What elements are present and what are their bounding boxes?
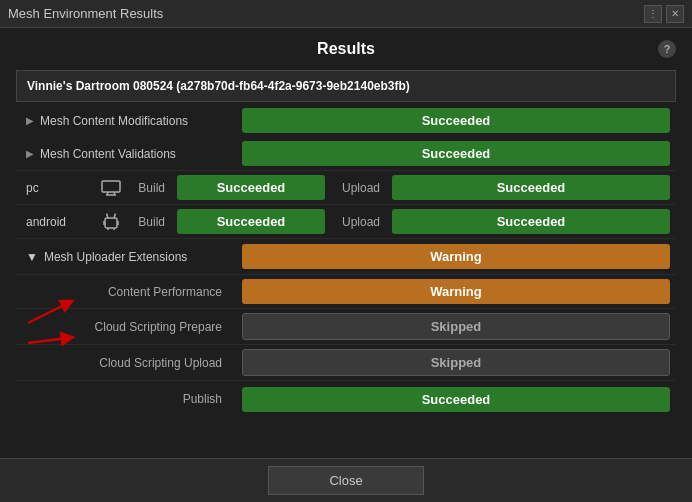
pc-label: pc	[16, 175, 96, 201]
mesh-content-modifications-row: ▶ Mesh Content Modifications Succeeded	[16, 104, 676, 137]
mesh-uploader-extensions-status-cell: Warning	[236, 240, 676, 273]
publish-label: Publish	[16, 386, 236, 412]
android-icon	[96, 213, 126, 231]
pc-upload-status: Succeeded	[392, 175, 670, 200]
content-performance-label: Content Performance	[16, 279, 236, 305]
svg-point-6	[106, 213, 108, 215]
cloud-scripting-upload-label: Cloud Scripting Upload	[16, 350, 236, 376]
android-upload-label: Upload	[331, 215, 386, 229]
publish-row: Publish Succeeded	[16, 381, 676, 417]
mesh-uploader-extensions-status: Warning	[242, 244, 670, 269]
footer: Close	[0, 458, 692, 502]
pc-upload-status-cell: Succeeded	[386, 171, 676, 204]
pc-icon	[96, 180, 126, 196]
publish-status: Succeeded	[242, 387, 670, 412]
expand-arrow-validations[interactable]: ▶	[26, 148, 34, 159]
android-build-status: Succeeded	[177, 209, 325, 234]
expand-arrow-uploader[interactable]: ▼	[26, 250, 38, 264]
cloud-scripting-upload-row: Cloud Scripting Upload Skipped	[16, 345, 676, 381]
svg-rect-0	[102, 181, 120, 192]
content-performance-status: Warning	[242, 279, 670, 304]
publish-status-cell: Succeeded	[236, 383, 676, 416]
mesh-uploader-extensions-row: ▼ Mesh Uploader Extensions Warning	[16, 239, 676, 275]
pc-upload-label: Upload	[331, 181, 386, 195]
pc-row: pc Build Succeeded Upload Succeeded	[16, 171, 676, 205]
results-title: Results	[317, 40, 375, 57]
content-performance-status-cell: Warning	[236, 275, 676, 308]
cloud-scripting-upload-status-cell: Skipped	[236, 345, 676, 380]
menu-button[interactable]: ⋮	[644, 5, 662, 23]
mesh-content-validations-status-cell: Succeeded	[236, 137, 676, 170]
help-icon[interactable]: ?	[658, 40, 676, 58]
android-build-label: Build	[126, 215, 171, 229]
cloud-scripting-prepare-row: Cloud Scripting Prepare Skipped	[16, 309, 676, 345]
mesh-content-modifications-status: Succeeded	[242, 108, 670, 133]
mesh-content-modifications-label: ▶ Mesh Content Modifications	[16, 108, 236, 134]
mesh-content-validations-status: Succeeded	[242, 141, 670, 166]
cloud-scripting-prepare-status: Skipped	[242, 313, 670, 340]
pc-build-status: Succeeded	[177, 175, 325, 200]
title-bar: Mesh Environment Results ⋮ ✕	[0, 0, 692, 28]
title-bar-left: Mesh Environment Results	[8, 6, 163, 21]
svg-point-8	[114, 213, 116, 215]
svg-rect-4	[105, 218, 117, 228]
android-build-status-cell: Succeeded	[171, 205, 331, 238]
expand-arrow-modifications[interactable]: ▶	[26, 115, 34, 126]
title-bar-controls: ⋮ ✕	[644, 5, 684, 23]
close-window-button[interactable]: ✕	[666, 5, 684, 23]
mesh-content-validations-row: ▶ Mesh Content Validations Succeeded	[16, 137, 676, 171]
title-bar-title: Mesh Environment Results	[8, 6, 163, 21]
mesh-content-modifications-status-cell: Succeeded	[236, 104, 676, 137]
asset-title: Vinnie's Dartroom 080524 (a278b70d-fb64-…	[16, 70, 676, 102]
android-upload-status: Succeeded	[392, 209, 670, 234]
mesh-uploader-extensions-label: ▼ Mesh Uploader Extensions	[16, 244, 236, 270]
android-upload-status-cell: Succeeded	[386, 205, 676, 238]
pc-build-status-cell: Succeeded	[171, 171, 331, 204]
content-performance-row: Content Performance Warning	[16, 275, 676, 309]
window-body: Results ? Vinnie's Dartroom 080524 (a278…	[0, 28, 692, 458]
close-button[interactable]: Close	[268, 466, 423, 495]
android-label: android	[16, 209, 96, 235]
cloud-scripting-upload-status: Skipped	[242, 349, 670, 376]
cloud-scripting-prepare-label: Cloud Scripting Prepare	[16, 314, 236, 340]
pc-build-label: Build	[126, 181, 171, 195]
cloud-scripting-prepare-status-cell: Skipped	[236, 309, 676, 344]
mesh-content-validations-label: ▶ Mesh Content Validations	[16, 141, 236, 167]
android-row: android Build Succeeded Upload Succeeded	[16, 205, 676, 239]
results-title-row: Results ?	[16, 40, 676, 58]
